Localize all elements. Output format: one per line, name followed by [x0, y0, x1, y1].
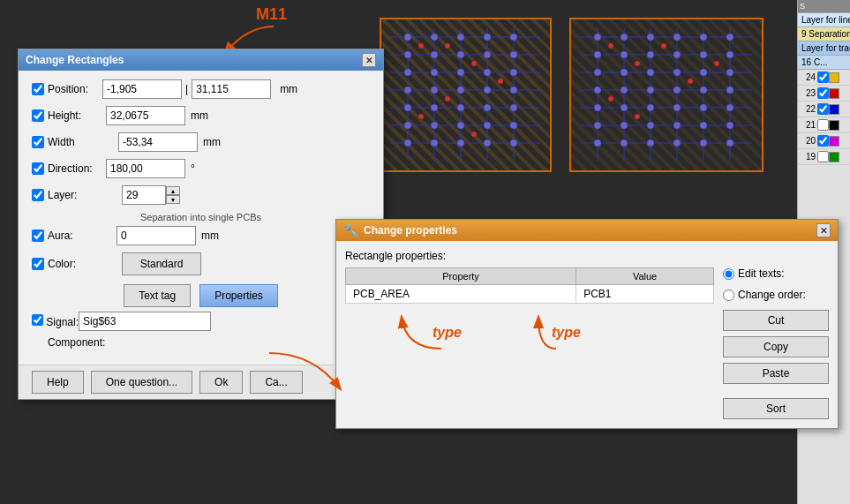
svg-point-72 [726, 34, 733, 41]
svg-point-33 [431, 104, 438, 111]
layer-spin-up[interactable]: ▲ [166, 186, 180, 195]
signal-checkbox[interactable] [32, 314, 43, 326]
paste-button[interactable]: Paste [723, 363, 829, 384]
svg-point-87 [647, 87, 654, 94]
svg-point-92 [621, 104, 628, 111]
ok-button[interactable]: Ok [199, 371, 243, 394]
svg-point-40 [484, 122, 491, 129]
svg-point-106 [673, 139, 681, 147]
svg-point-110 [635, 61, 640, 66]
change-order-radio[interactable] [723, 290, 734, 301]
svg-point-51 [445, 96, 450, 102]
signal-input[interactable] [79, 312, 211, 331]
layer-input[interactable] [122, 185, 166, 205]
svg-point-31 [510, 87, 517, 94]
signal-row: Signal: [32, 312, 370, 331]
svg-point-21 [510, 51, 517, 58]
svg-point-81 [647, 69, 654, 76]
direction-checkbox[interactable] [32, 162, 44, 175]
dialog-properties-titlebar[interactable]: 🔧 Change properties ✕ [336, 220, 838, 241]
properties-button[interactable]: Properties [199, 284, 278, 307]
dialog-rectangles-title: Change Rectangles [26, 54, 124, 66]
sort-btn-area: Sort [723, 398, 829, 419]
direction-input[interactable] [106, 159, 185, 178]
width-row: Width mm [32, 132, 370, 152]
properties-title-icon: 🔧 [343, 223, 358, 237]
close-icon[interactable]: ✕ [816, 223, 831, 237]
svg-point-79 [594, 69, 601, 76]
type-arrows [335, 291, 618, 362]
width-unit: mm [203, 136, 221, 148]
svg-point-112 [688, 79, 693, 84]
right-panel-header: S [798, 0, 850, 13]
svg-point-41 [510, 122, 517, 129]
svg-point-103 [594, 139, 601, 147]
svg-point-17 [404, 51, 411, 58]
layer-label: Layer: [48, 189, 77, 201]
svg-point-50 [498, 79, 503, 84]
one-question-button[interactable]: One question... [91, 371, 192, 394]
col-property-header: Property [346, 268, 576, 285]
svg-point-101 [700, 122, 707, 129]
svg-point-94 [673, 104, 681, 111]
width-checkbox[interactable] [32, 136, 44, 148]
sort-button[interactable]: Sort [723, 398, 829, 419]
edit-texts-radio[interactable] [723, 268, 734, 280]
position-y-input[interactable] [192, 79, 271, 99]
svg-point-23 [431, 69, 438, 76]
height-checkbox[interactable] [32, 109, 44, 122]
separation-text: Separation into single PCBs [32, 212, 370, 222]
help-button[interactable]: Help [32, 371, 84, 394]
layer-row[interactable]: 24 [798, 70, 850, 86]
position-x-input[interactable] [102, 79, 182, 99]
layer-row[interactable]: 23 [798, 86, 850, 102]
svg-point-98 [621, 122, 628, 129]
text-properties-buttons: Text tag Properties [32, 284, 370, 307]
layer-checkbox[interactable] [32, 189, 44, 201]
copy-button[interactable]: Copy [723, 336, 829, 357]
layer-row[interactable]: 19 [798, 149, 850, 165]
svg-point-100 [673, 122, 681, 129]
edit-texts-option[interactable]: Edit texts: [723, 267, 829, 280]
layer-row[interactable]: 21 [798, 117, 850, 133]
aura-input[interactable] [117, 226, 196, 245]
color-button[interactable]: Standard [122, 252, 201, 275]
height-row: Height: mm [32, 106, 370, 125]
position-row: Position: | mm [32, 79, 370, 99]
layer-row[interactable]: 22 [798, 102, 850, 117]
layer-spinner[interactable]: ▲ ▼ [166, 186, 180, 204]
svg-point-76 [673, 51, 681, 58]
layer-for-lines: Layer for lines [798, 13, 850, 27]
color-checkbox[interactable] [32, 258, 44, 270]
svg-point-105 [647, 139, 654, 147]
svg-point-115 [608, 96, 613, 102]
height-label: Height: [48, 109, 81, 122]
close-icon[interactable]: ✕ [362, 53, 376, 67]
dialog-rectangles-titlebar[interactable]: Change Rectangles ✕ [19, 49, 383, 71]
svg-point-30 [484, 87, 491, 94]
layer-spin-down[interactable]: ▼ [166, 195, 180, 204]
aura-row: Aura: mm [32, 226, 370, 245]
svg-point-27 [404, 87, 411, 94]
layer-row[interactable]: 20 [798, 133, 850, 149]
change-order-option[interactable]: Change order: [723, 289, 829, 301]
svg-point-37 [404, 122, 411, 129]
svg-point-102 [726, 122, 733, 129]
position-pipe: | [185, 83, 188, 95]
svg-point-32 [404, 104, 411, 111]
svg-point-71 [700, 34, 707, 41]
cut-button[interactable]: Cut [723, 310, 829, 331]
position-checkbox[interactable] [32, 83, 44, 95]
height-input[interactable] [106, 106, 185, 125]
direction-row: Direction: ° [32, 159, 370, 178]
svg-point-86 [621, 87, 628, 94]
layer-row: Layer: ▲ ▼ [32, 185, 370, 205]
svg-point-96 [726, 104, 733, 111]
text-tag-button[interactable]: Text tag [124, 284, 191, 307]
svg-point-85 [594, 87, 601, 94]
width-input[interactable] [118, 132, 198, 152]
aura-checkbox[interactable] [32, 229, 44, 242]
svg-point-104 [621, 139, 628, 147]
svg-point-93 [647, 104, 654, 111]
svg-point-67 [594, 34, 601, 41]
